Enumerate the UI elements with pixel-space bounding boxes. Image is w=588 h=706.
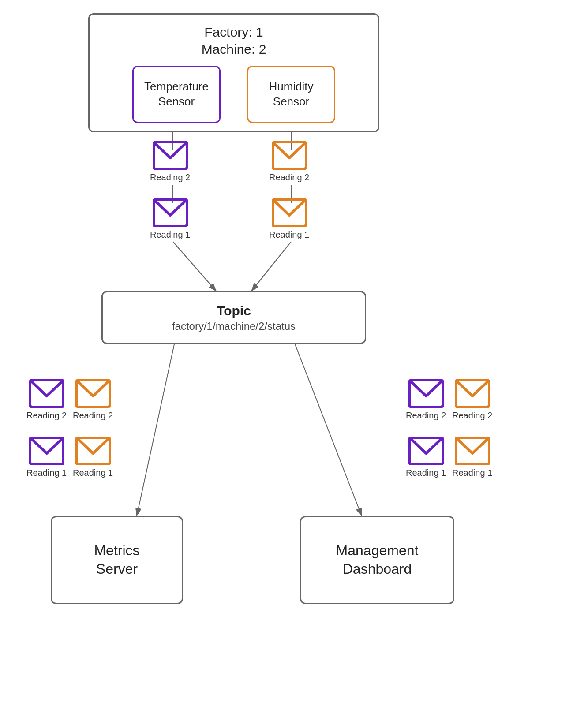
purple-envelope-reading2-temp: Reading 2: [150, 141, 190, 183]
label-purple-reading1-temp: Reading 1: [150, 230, 190, 240]
purple-envelope-reading1-metrics: Reading 1: [26, 437, 67, 478]
svg-line-7: [291, 334, 362, 516]
label-purple-reading1-metrics: Reading 1: [26, 468, 67, 478]
management-dashboard-box: Management Dashboard: [300, 516, 454, 604]
orange-envelope-reading1-humid: Reading 1: [269, 198, 309, 240]
management-dashboard-label: Management Dashboard: [336, 542, 419, 578]
label-purple-reading1-mgmt: Reading 1: [406, 468, 446, 478]
label-orange-reading2-humid: Reading 2: [269, 172, 309, 183]
label-orange-reading2-metrics: Reading 2: [73, 411, 113, 421]
svg-line-5: [251, 242, 291, 291]
purple-envelope-reading2-metrics: Reading 2: [26, 379, 67, 421]
label-purple-reading2-temp: Reading 2: [150, 172, 190, 183]
label-purple-reading2-metrics: Reading 2: [26, 411, 67, 421]
orange-envelope-reading1-mgmt: Reading 1: [452, 437, 492, 478]
factory-box: Factory: 1 Machine: 2 TemperatureSensor …: [88, 13, 379, 132]
humidity-sensor-box: HumiditySensor: [247, 66, 335, 123]
topic-sublabel: factory/1/machine/2/status: [172, 319, 296, 333]
label-purple-reading2-mgmt: Reading 2: [406, 411, 446, 421]
metrics-server-label: Metrics Server: [94, 542, 139, 578]
label-orange-reading1-humid: Reading 1: [269, 230, 309, 240]
factory-label-line2: Machine: 2: [202, 42, 266, 56]
orange-envelope-reading2-humid: Reading 2: [269, 141, 309, 183]
svg-line-2: [173, 242, 216, 291]
label-orange-reading1-metrics: Reading 1: [73, 468, 113, 478]
metrics-server-box: Metrics Server: [51, 516, 183, 604]
diagram: Factory: 1 Machine: 2 TemperatureSensor …: [0, 0, 588, 706]
svg-line-6: [137, 334, 176, 516]
orange-envelope-reading2-mgmt: Reading 2: [452, 379, 492, 421]
label-orange-reading1-mgmt: Reading 1: [452, 468, 492, 478]
purple-envelope-reading1-mgmt: Reading 1: [406, 437, 446, 478]
orange-envelope-reading1-metrics: Reading 1: [73, 437, 113, 478]
topic-box: Topic factory/1/machine/2/status: [101, 291, 366, 344]
label-orange-reading2-mgmt: Reading 2: [452, 411, 492, 421]
orange-envelope-reading2-metrics: Reading 2: [73, 379, 113, 421]
purple-envelope-reading1-temp: Reading 1: [150, 198, 190, 240]
factory-label-line1: Factory: 1: [204, 25, 263, 39]
purple-envelope-reading2-mgmt: Reading 2: [406, 379, 446, 421]
topic-label: Topic: [217, 302, 251, 319]
temperature-sensor-box: TemperatureSensor: [132, 66, 221, 123]
